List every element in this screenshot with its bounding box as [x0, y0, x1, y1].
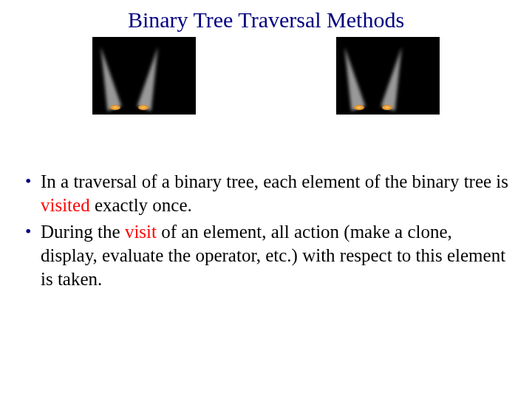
images-row [0, 37, 532, 115]
bullet-text-pre: During the [41, 222, 125, 242]
bullet-text-post: exactly once. [90, 195, 192, 215]
slide-title: Binary Tree Traversal Methods [0, 0, 532, 33]
bullet-text-highlight: visited [41, 195, 90, 215]
light-source-icon [138, 105, 149, 110]
spotlight-image-left [92, 37, 196, 115]
light-beam-icon [336, 47, 366, 111]
bullet-text-pre: In a traversal of a binary tree, each el… [41, 171, 508, 191]
bullet-text-highlight: visit [125, 222, 157, 242]
content-area: In a traversal of a binary tree, each el… [0, 170, 532, 291]
bullet-item: In a traversal of a binary tree, each el… [22, 170, 510, 217]
spotlight-image-right [336, 37, 440, 115]
bullet-list: In a traversal of a binary tree, each el… [22, 170, 510, 291]
light-beam-icon [381, 47, 414, 111]
light-beam-icon [137, 47, 170, 111]
light-source-icon [382, 105, 392, 110]
light-beam-icon [92, 47, 122, 111]
light-source-icon [354, 105, 364, 110]
bullet-item: During the visit of an element, all acti… [22, 220, 510, 291]
light-source-icon [110, 105, 120, 110]
slide: Binary Tree Traversal Methods In a trave… [0, 0, 532, 399]
